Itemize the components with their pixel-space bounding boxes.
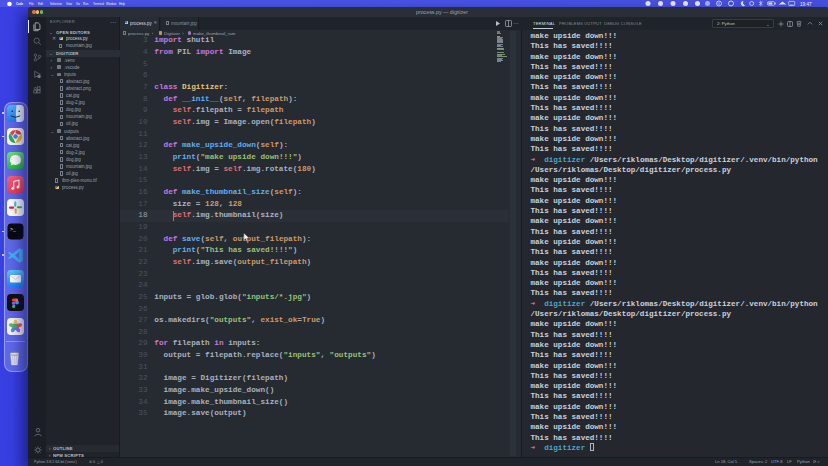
svg-text:G: G — [717, 2, 720, 6]
svg-text:>_: >_ — [10, 227, 17, 233]
